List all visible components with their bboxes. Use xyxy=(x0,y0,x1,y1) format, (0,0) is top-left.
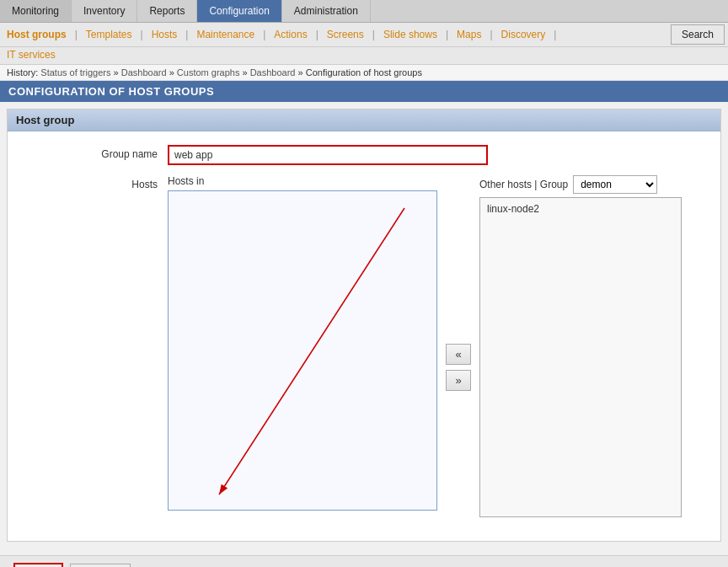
breadcrumb-sep2: » xyxy=(169,67,177,78)
sep9: | xyxy=(552,29,558,40)
move-left-button[interactable]: « xyxy=(446,344,471,365)
cancel-button[interactable]: Cancel xyxy=(70,564,130,567)
nav-slide-shows[interactable]: Slide shows xyxy=(377,25,444,44)
it-services-row: IT services xyxy=(0,47,728,65)
nav-it-services[interactable]: IT services xyxy=(7,49,56,61)
other-hosts-header: Other hosts | Group demon Linux servers … xyxy=(479,175,682,194)
breadcrumb-custom-graphs[interactable]: Custom graphs xyxy=(177,67,240,78)
sep2: | xyxy=(139,29,145,40)
hosts-content-wrapper: Hosts in xyxy=(168,175,682,517)
sep3: | xyxy=(184,29,190,40)
history-label: History: xyxy=(7,67,38,78)
nav-hosts[interactable]: Hosts xyxy=(145,25,185,44)
group-name-label: Group name xyxy=(16,145,168,160)
hosts-in-label: Hosts in xyxy=(168,175,437,187)
sep7: | xyxy=(444,29,450,40)
breadcrumb-status-triggers[interactable]: Status of triggers xyxy=(40,67,110,78)
main-content: Host group Group name Hosts Hosts in xyxy=(0,102,728,555)
arrow-buttons-section: « » xyxy=(437,344,479,396)
other-hosts-section: Other hosts | Group demon Linux servers … xyxy=(479,175,682,517)
group-name-input[interactable] xyxy=(168,145,488,165)
other-hosts-listbox[interactable]: linux-node2 xyxy=(479,197,682,517)
nav-templates[interactable]: Templates xyxy=(79,25,139,44)
breadcrumb-sep4: » xyxy=(298,67,306,78)
nav-reports[interactable]: Reports xyxy=(137,0,197,22)
nav-discovery[interactable]: Discovery xyxy=(495,25,553,44)
other-hosts-label: Other hosts | Group xyxy=(479,179,568,190)
nav-inventory[interactable]: Inventory xyxy=(72,0,137,22)
hosts-in-section: Hosts in xyxy=(168,175,437,511)
move-right-button[interactable]: » xyxy=(446,370,471,391)
nav-monitoring[interactable]: Monitoring xyxy=(0,0,72,22)
top-navigation: Monitoring Inventory Reports Configurati… xyxy=(0,0,728,23)
group-select[interactable]: demon Linux servers Windows servers Zabb… xyxy=(573,175,657,194)
svg-line-1 xyxy=(219,208,404,495)
breadcrumb-current: Configuration of host groups xyxy=(306,67,422,78)
sep1: | xyxy=(73,29,79,40)
hosts-row: Hosts Hosts in xyxy=(16,175,712,517)
page-title: CONFIGURATION OF HOST GROUPS xyxy=(0,81,728,102)
nav-actions[interactable]: Actions xyxy=(267,25,313,44)
group-name-row: Group name xyxy=(16,145,712,165)
breadcrumb-dashboard2[interactable]: Dashboard xyxy=(250,67,296,78)
nav-maintenance[interactable]: Maintenance xyxy=(190,25,261,44)
list-item[interactable]: linux-node2 xyxy=(484,201,677,217)
breadcrumb-sep1: » xyxy=(114,67,121,78)
nav-administration[interactable]: Administration xyxy=(282,0,371,22)
sep6: | xyxy=(371,29,377,40)
search-area: Search xyxy=(671,24,728,45)
host-group-section: Host group Group name Hosts Hosts in xyxy=(7,109,721,542)
section-header: Host group xyxy=(8,110,720,131)
sep8: | xyxy=(488,29,494,40)
hosts-label: Hosts xyxy=(16,175,168,190)
nav-maps[interactable]: Maps xyxy=(450,25,488,44)
breadcrumb-dashboard[interactable]: Dashboard xyxy=(121,67,167,78)
add-button[interactable]: Add xyxy=(13,563,63,567)
bottom-bar: Add Cancel xyxy=(0,555,728,567)
section-body: Group name Hosts Hosts in xyxy=(8,131,720,541)
hosts-listbox[interactable] xyxy=(168,190,437,511)
nav-screens[interactable]: Screens xyxy=(320,25,371,44)
second-navigation: Host groups | Templates | Hosts | Mainte… xyxy=(0,23,728,47)
sep5: | xyxy=(314,29,320,40)
nav-host-groups[interactable]: Host groups xyxy=(0,25,73,44)
nav-configuration[interactable]: Configuration xyxy=(197,0,281,22)
sep4: | xyxy=(261,29,267,40)
breadcrumb-sep3: » xyxy=(242,67,249,78)
search-button[interactable]: Search xyxy=(671,24,725,45)
history-bar: History: Status of triggers » Dashboard … xyxy=(0,65,728,81)
